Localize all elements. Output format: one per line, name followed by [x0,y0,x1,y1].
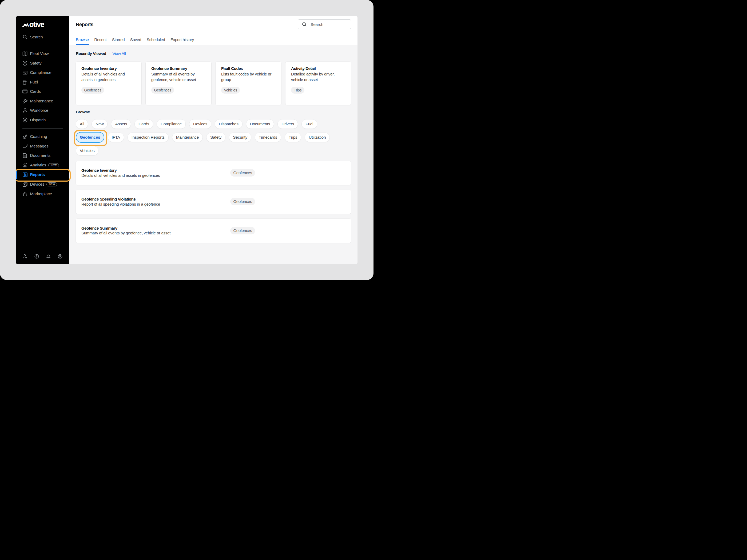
svg-text:otive: otive [29,21,45,27]
